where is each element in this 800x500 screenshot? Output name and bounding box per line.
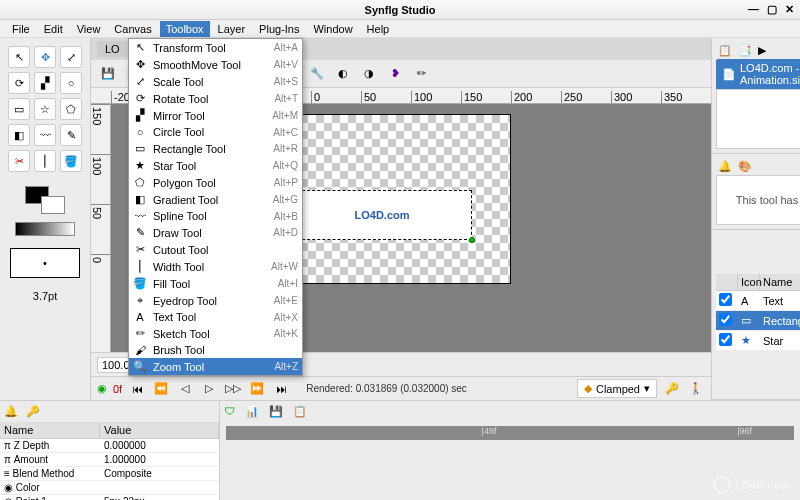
menu-item-scale-tool[interactable]: ⤢Scale ToolAlt+S (129, 73, 302, 90)
rotate-tool-icon[interactable]: ⟳ (8, 72, 30, 94)
next-frame-icon[interactable]: ▷▷ (224, 380, 242, 398)
params-tab-icon[interactable]: 🔔 (4, 405, 18, 418)
layer-visible-checkbox[interactable] (719, 293, 732, 306)
param-z-depth[interactable]: π Z Depth0.000000 (0, 439, 219, 453)
layer-visible-checkbox[interactable] (719, 313, 732, 326)
rectangle-tool-icon[interactable]: ▭ (8, 98, 30, 120)
spline-tool-icon[interactable]: 〰 (34, 124, 56, 146)
timeline-ruler[interactable]: |48f |96f (226, 426, 794, 440)
mirror-tool-icon[interactable]: ▞ (34, 72, 56, 94)
bg-color-swatch[interactable] (41, 196, 65, 214)
menu-item-brush-tool[interactable]: 🖌Brush Tool (129, 342, 302, 358)
outline-preview[interactable] (10, 248, 80, 278)
menu-item-smoothmove-tool[interactable]: ✥SmoothMove ToolAlt+V (129, 56, 302, 73)
maximize-button[interactable]: ▢ (767, 3, 777, 16)
play-tab-icon[interactable]: ▶ (758, 44, 766, 57)
seek-start-icon[interactable]: ⏮ (128, 380, 146, 398)
prev-frame-icon[interactable]: ◁ (176, 380, 194, 398)
history-tab-icon[interactable]: 📑 (738, 44, 752, 57)
menu-toolbox[interactable]: Toolbox (160, 21, 210, 37)
layer-row-star[interactable]: ★Star2.000000 (716, 331, 800, 351)
tool3-icon[interactable]: ◐ (332, 63, 354, 85)
navigator-tab-icon[interactable]: 📋 (718, 44, 732, 57)
menu-item-transform-tool[interactable]: ↖Transform ToolAlt+A (129, 39, 302, 56)
layer-visible-checkbox[interactable] (719, 333, 732, 346)
frame-field[interactable]: 0f (113, 383, 122, 395)
star-tool-icon[interactable]: ☆ (34, 98, 56, 120)
tab3-icon[interactable]: 💾 (269, 405, 283, 418)
toolbox-menu-dropdown: ↖Transform ToolAlt+A✥SmoothMove ToolAlt+… (128, 38, 303, 376)
menu-item-zoom-tool[interactable]: 🔍Zoom ToolAlt+Z (129, 358, 302, 375)
param-color[interactable]: ◉ Color (0, 481, 219, 495)
param-blend-method[interactable]: ≡ Blend MethodComposite (0, 467, 219, 481)
tool5-icon[interactable]: ❥ (384, 63, 406, 85)
seek-end-icon[interactable]: ⏭ (272, 380, 290, 398)
width-tool-icon[interactable]: ⎮ (34, 150, 56, 172)
transform-tool-icon[interactable]: ↖ (8, 46, 30, 68)
scale-tool-icon[interactable]: ⤢ (60, 46, 82, 68)
menu-canvas[interactable]: Canvas (108, 21, 157, 37)
menu-help[interactable]: Help (361, 21, 396, 37)
menu-item-sketch-tool[interactable]: ✏Sketch ToolAlt+K (129, 325, 302, 342)
menu-bar: FileEditViewCanvasToolboxLayerPlug-InsWi… (0, 20, 800, 38)
children-tab-icon[interactable]: 🔑 (26, 405, 40, 418)
gradient-preview[interactable] (15, 222, 75, 236)
menu-item-text-tool[interactable]: AText ToolAlt+X (129, 309, 302, 325)
tool2-icon[interactable]: 🔧 (306, 63, 328, 85)
menu-item-cutout-tool[interactable]: ✂Cutout Tool (129, 241, 302, 258)
polygon-tool-icon[interactable]: ⬠ (60, 98, 82, 120)
menu-edit[interactable]: Edit (38, 21, 69, 37)
circle-tool-icon[interactable]: ○ (60, 72, 82, 94)
handle-br[interactable] (469, 237, 475, 243)
param-amount[interactable]: π Amount1.000000 (0, 453, 219, 467)
close-button[interactable]: ✕ (785, 3, 794, 16)
menu-item-polygon-tool[interactable]: ⬠Polygon ToolAlt+P (129, 174, 302, 191)
text-rectangle[interactable]: LO4D.com (292, 190, 472, 240)
onion-toggle[interactable]: ◉ (97, 382, 107, 395)
document-tab[interactable]: 📄LO4D.com - Animation.sifz (716, 59, 800, 89)
timetrack-tab-icon[interactable]: 🛡 (224, 405, 235, 418)
interp-mode-select[interactable]: ◆Clamped▾ (577, 379, 657, 398)
keyframe-icon[interactable]: 🔑 (663, 380, 681, 398)
menu-item-circle-tool[interactable]: ○Circle ToolAlt+C (129, 124, 302, 140)
tab4-icon[interactable]: 📋 (293, 405, 307, 418)
seek-prev-kf-icon[interactable]: ⏪ (152, 380, 170, 398)
tool4-icon[interactable]: ◑ (358, 63, 380, 85)
menu-file[interactable]: File (6, 21, 36, 37)
layer-row-rectangle[interactable]: ▭Rectangle1.000000 (716, 311, 800, 331)
menu-item-spline-tool[interactable]: 〰Spline ToolAlt+B (129, 208, 302, 224)
menu-item-mirror-tool[interactable]: ▞Mirror ToolAlt+M (129, 107, 302, 124)
play-icon[interactable]: ▷ (200, 380, 218, 398)
menu-layer[interactable]: Layer (212, 21, 252, 37)
menu-item-width-tool[interactable]: ⎮Width ToolAlt+W (129, 258, 302, 275)
tool-options-tab-icon[interactable]: 🔔 (718, 160, 732, 173)
palette-tab-icon[interactable]: 🎨 (738, 160, 752, 173)
tool6-icon[interactable]: ✏ (410, 63, 432, 85)
menu-item-rectangle-tool[interactable]: ▭Rectangle ToolAlt+R (129, 140, 302, 157)
layer-row-text[interactable]: AText0.000000 (716, 291, 800, 311)
canvas-tab[interactable]: LO (97, 41, 128, 57)
save-icon[interactable]: 💾 (97, 63, 119, 85)
layers-list: AText0.000000▭Rectangle1.000000★Star2.00… (716, 291, 800, 351)
menu-item-star-tool[interactable]: ★Star ToolAlt+Q (129, 157, 302, 174)
menu-view[interactable]: View (71, 21, 107, 37)
menu-item-gradient-tool[interactable]: ◧Gradient ToolAlt+G (129, 191, 302, 208)
menu-item-draw-tool[interactable]: ✎Draw ToolAlt+D (129, 224, 302, 241)
cutout-tool-icon[interactable]: ✂ (8, 150, 30, 172)
layers-header: IconNameZ Depth (716, 274, 800, 291)
fill-tool-icon[interactable]: 🪣 (60, 150, 82, 172)
menu-item-rotate-tool[interactable]: ⟳Rotate ToolAlt+T (129, 90, 302, 107)
menu-item-eyedrop-tool[interactable]: ⌖Eyedrop ToolAlt+E (129, 292, 302, 309)
param-point-1[interactable]: ◉ Point 15px 23px (0, 495, 219, 500)
minimize-button[interactable]: — (748, 3, 759, 16)
animate-mode-icon[interactable]: 🚶 (687, 380, 705, 398)
menu-plug-ins[interactable]: Plug-Ins (253, 21, 305, 37)
smoothmove-tool-icon[interactable]: ✥ (34, 46, 56, 68)
menu-item-fill-tool[interactable]: 🪣Fill ToolAlt+I (129, 275, 302, 292)
curves-tab-icon[interactable]: 📊 (245, 405, 259, 418)
title-bar: Synflg Studio — ▢ ✕ (0, 0, 800, 20)
draw-tool-icon[interactable]: ✎ (60, 124, 82, 146)
menu-window[interactable]: Window (307, 21, 358, 37)
gradient-tool-icon[interactable]: ◧ (8, 124, 30, 146)
seek-next-kf-icon[interactable]: ⏩ (248, 380, 266, 398)
